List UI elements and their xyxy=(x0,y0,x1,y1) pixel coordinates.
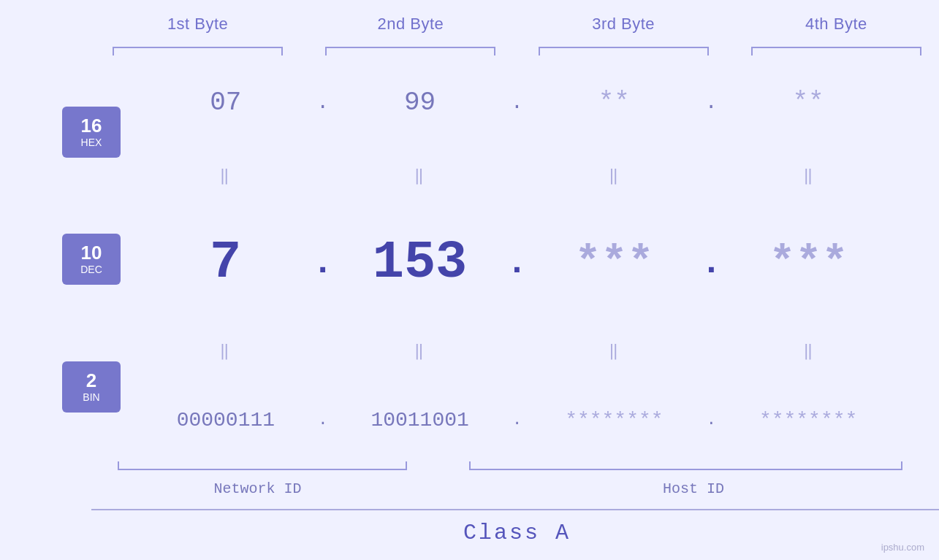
bottom-dot-spacer1 xyxy=(424,461,444,476)
labels-row: Network ID Host ID xyxy=(91,480,939,497)
bottom-bracket-host xyxy=(444,461,939,476)
bin-badge-number: 2 xyxy=(86,371,96,390)
network-id-label: Network ID xyxy=(91,480,424,497)
bracket-2 xyxy=(304,39,517,54)
hex-b3: ** xyxy=(528,88,702,118)
hex-b1: 07 xyxy=(139,88,313,118)
hex-row: 07 . 99 . ** . ** xyxy=(139,88,895,118)
byte3-header: 3rd Byte xyxy=(517,15,730,34)
bracket-4 xyxy=(730,39,939,54)
bin-badge-label: BIN xyxy=(83,391,99,403)
content-area: 16 HEX 10 DEC 2 BIN 07 . xyxy=(44,61,895,458)
hex-b4: ** xyxy=(721,88,895,118)
dec-b3: *** xyxy=(528,238,701,288)
byte2-header: 2nd Byte xyxy=(304,15,517,34)
host-id-label: Host ID xyxy=(444,480,939,497)
hex-b2: 99 xyxy=(333,88,507,118)
hex-badge: 16 HEX xyxy=(62,107,121,158)
eq2-b4: ‖ xyxy=(723,341,895,361)
eq2-b2: ‖ xyxy=(333,341,506,361)
eq1-b2: ‖ xyxy=(333,166,506,185)
eq2-b1: ‖ xyxy=(139,341,311,361)
hex-badge-number: 16 xyxy=(81,116,102,135)
main-container: 1st Byte 2nd Byte 3rd Byte 4th Byte 16 H… xyxy=(0,0,939,560)
bin-badge: 2 BIN xyxy=(62,361,121,413)
badges-column: 16 HEX 10 DEC 2 BIN xyxy=(44,61,139,458)
dec-dot2: . xyxy=(506,243,528,283)
dec-row: 7 . 153 . *** . *** xyxy=(139,233,895,293)
dec-badge-number: 10 xyxy=(81,243,102,262)
bin-b2: 10011001 xyxy=(333,409,507,431)
hex-dot3: . xyxy=(701,91,721,114)
byte-headers: 1st Byte 2nd Byte 3rd Byte 4th Byte xyxy=(91,15,939,34)
hex-badge-label: HEX xyxy=(81,137,102,148)
watermark: ipshu.com xyxy=(881,542,924,553)
bracket-3 xyxy=(517,39,730,54)
bracket-1 xyxy=(91,39,304,54)
dec-badge-label: DEC xyxy=(80,264,102,275)
bin-dot1: . xyxy=(313,411,333,429)
top-brackets xyxy=(91,39,939,54)
label-spacer xyxy=(424,480,444,497)
bottom-brackets-container xyxy=(91,461,939,476)
class-label: Class A xyxy=(463,521,571,545)
byte4-header: 4th Byte xyxy=(730,15,939,34)
eq1-b4: ‖ xyxy=(723,166,895,185)
hex-dot1: . xyxy=(313,91,333,114)
hex-dot2: . xyxy=(507,91,528,114)
byte1-header: 1st Byte xyxy=(91,15,304,34)
bin-b3: ******** xyxy=(528,409,702,431)
bin-b4: ******** xyxy=(721,409,895,431)
dec-badge: 10 DEC xyxy=(62,234,121,285)
dec-b1: 7 xyxy=(139,233,312,293)
bin-dot3: . xyxy=(701,411,721,429)
eq1-b1: ‖ xyxy=(139,166,311,185)
equals-row-1: ‖ ‖ ‖ ‖ xyxy=(139,163,895,188)
eq1-b3: ‖ xyxy=(528,166,701,185)
dec-b4: *** xyxy=(722,238,895,288)
bin-row: 00000111 . 10011001 . ******** . xyxy=(139,409,895,431)
rows-container: 07 . 99 . ** . ** xyxy=(139,61,895,458)
class-section: Class A xyxy=(91,509,939,545)
dec-b2: 153 xyxy=(333,233,506,293)
dec-dot3: . xyxy=(701,243,722,283)
bottom-bracket-network xyxy=(91,461,424,476)
bin-b1: 00000111 xyxy=(139,409,313,431)
equals-row-2: ‖ ‖ ‖ ‖ xyxy=(139,338,895,364)
bin-dot2: . xyxy=(507,411,528,429)
dec-dot1: . xyxy=(312,243,333,283)
eq2-b3: ‖ xyxy=(528,341,701,361)
